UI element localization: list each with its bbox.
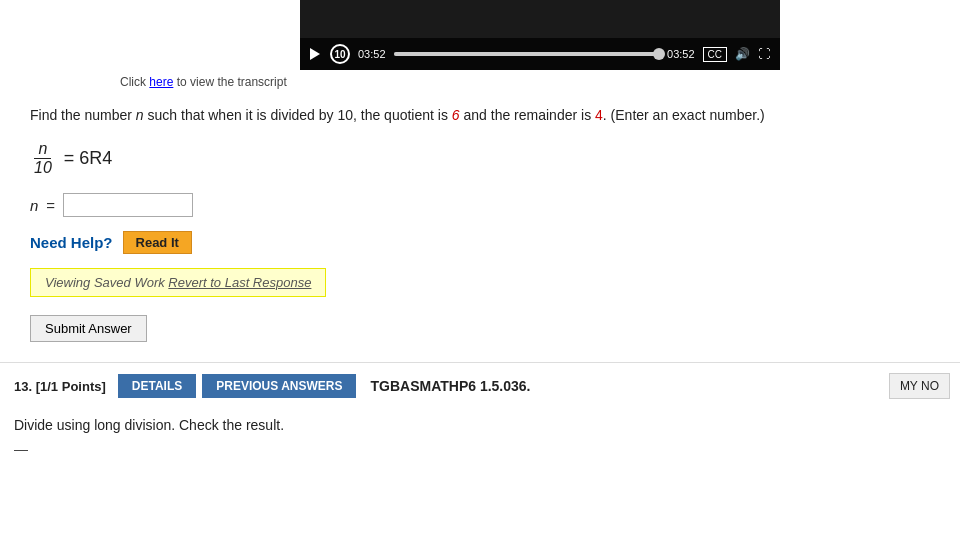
progress-bar[interactable]: [394, 52, 659, 56]
video-section: 10 03:52 03:52 CC 🔊 ⛶ Click here to view…: [0, 0, 960, 89]
q13-text: Divide using long division. Check the re…: [0, 409, 960, 437]
q-remainder: 4: [595, 107, 603, 123]
q-text-before-n: Find the number: [30, 107, 136, 123]
video-player: 10 03:52 03:52 CC 🔊 ⛶: [300, 0, 780, 70]
read-it-button[interactable]: Read It: [123, 231, 192, 254]
revert-link[interactable]: Revert to Last Response: [168, 275, 311, 290]
math-equation: n 10 = 6R4: [30, 140, 930, 177]
volume-icon[interactable]: 🔊: [735, 47, 750, 61]
problem-code: TGBASMATHP6 1.5.036.: [370, 378, 888, 394]
time-current: 03:52: [358, 48, 386, 60]
q-text-after-n: such that when it is divided by 10, the …: [144, 107, 452, 123]
video-controls: 10 03:52 03:52 CC 🔊 ⛶: [300, 38, 780, 70]
progress-fill: [394, 52, 659, 56]
equals-label: =: [46, 197, 55, 214]
saved-work-banner: Viewing Saved Work Revert to Last Respon…: [30, 268, 326, 297]
cc-button[interactable]: CC: [703, 47, 727, 62]
transcript-suffix: to view the transcript: [173, 75, 286, 89]
q-n-var: n: [136, 107, 144, 123]
progress-dot: [653, 48, 665, 60]
details-button[interactable]: DETAILS: [118, 374, 196, 398]
fraction-denominator: 10: [30, 159, 56, 177]
q-text-middle: and the remainder is: [460, 107, 595, 123]
answer-row: n =: [30, 193, 930, 217]
submit-row: Submit Answer: [30, 315, 930, 342]
prev-answers-button[interactable]: PREVIOUS ANSWERS: [202, 374, 356, 398]
need-help-label: Need Help?: [30, 234, 113, 251]
answer-n-label: n: [30, 197, 38, 214]
q13-number: 13. [1/1 Points]: [14, 379, 106, 394]
replay-button[interactable]: 10: [330, 44, 350, 64]
play-button[interactable]: [310, 48, 320, 60]
question-13-bar: 13. [1/1 Points] DETAILS PREVIOUS ANSWER…: [0, 362, 960, 409]
bottom-partial: —: [0, 437, 960, 461]
content-area: Find the number n such that when it is d…: [0, 89, 960, 352]
need-help-row: Need Help? Read It: [30, 231, 930, 254]
transcript-prefix: Click: [120, 75, 149, 89]
fraction: n 10: [30, 140, 56, 177]
my-notes-button[interactable]: MY NO: [889, 373, 950, 399]
transcript-link[interactable]: here: [149, 75, 173, 89]
transcript-link-row: Click here to view the transcript: [120, 75, 287, 89]
q-text-end: . (Enter an exact number.): [603, 107, 765, 123]
saved-work-text: Viewing Saved Work: [45, 275, 168, 290]
saved-work-row: Viewing Saved Work Revert to Last Respon…: [30, 268, 930, 307]
fraction-numerator: n: [34, 140, 51, 159]
submit-button[interactable]: Submit Answer: [30, 315, 147, 342]
fullscreen-icon[interactable]: ⛶: [758, 47, 770, 61]
question-text: Find the number n such that when it is d…: [30, 105, 930, 126]
time-total: 03:52: [667, 48, 695, 60]
q-quotient: 6: [452, 107, 460, 123]
equation-rhs: = 6R4: [64, 148, 113, 169]
page-wrapper: 10 03:52 03:52 CC 🔊 ⛶ Click here to view…: [0, 0, 960, 539]
answer-input[interactable]: [63, 193, 193, 217]
